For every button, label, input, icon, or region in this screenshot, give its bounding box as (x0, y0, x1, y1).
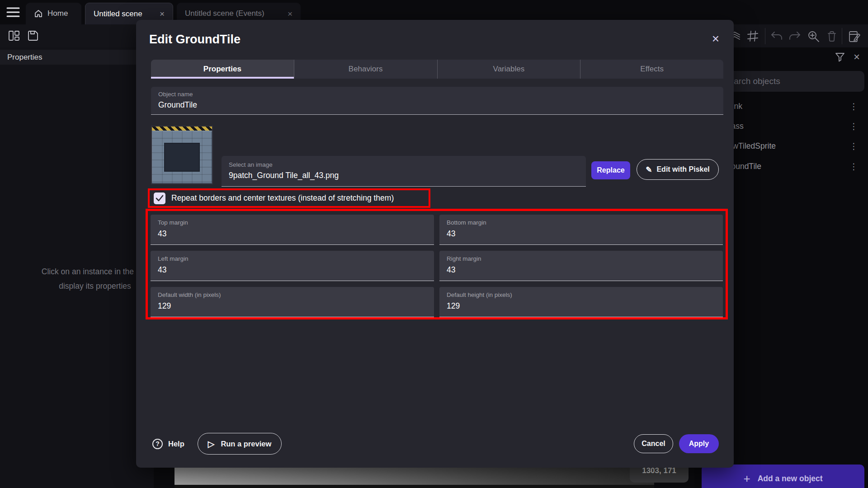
zoom-in-icon[interactable] (807, 30, 820, 43)
toolbar-divider (842, 28, 842, 44)
tab-home-label: Home (47, 9, 68, 18)
tab-effects[interactable]: Effects (580, 60, 723, 79)
grid-icon[interactable] (747, 30, 759, 42)
select-image-field[interactable]: Select an image 9patch_Ground Tile_all_4… (222, 156, 586, 187)
properties-panel: Properties Click on an instance in the s… (0, 47, 154, 488)
gdevelop-window: Home Untitled scene × Untitled scene (Ev… (0, 0, 868, 488)
object-list-item-groundtile[interactable]: GroundTile ⋮ (716, 157, 864, 175)
select-image-label: Select an image (229, 161, 579, 168)
pencil-icon: ✎ (646, 165, 652, 174)
bottom-margin-field[interactable]: Bottom margin 43 (439, 215, 723, 245)
object-thumbnail[interactable] (151, 126, 213, 184)
objects-panel-close-icon[interactable]: × (854, 51, 860, 63)
plus-icon: + (743, 472, 750, 486)
image-filename: 9patch_Ground Tile_all_43.png (229, 171, 579, 180)
tab-variables[interactable]: Variables (437, 60, 580, 79)
object-list-item-newtiledsprite[interactable]: NewTiledSprite ⋮ (716, 137, 864, 155)
tab-events-close-icon[interactable]: × (288, 9, 292, 18)
redo-icon[interactable] (788, 30, 801, 42)
menu-icon[interactable] (6, 6, 20, 18)
undo-icon[interactable] (770, 30, 783, 42)
apply-button[interactable]: Apply (679, 434, 719, 453)
tab-properties[interactable]: Properties (151, 60, 294, 79)
tab-scene-label: Untitled scene (94, 9, 142, 19)
default-height-field[interactable]: Default height (in pixels) 129 (439, 287, 723, 317)
trash-icon[interactable] (826, 30, 837, 42)
run-preview-button[interactable]: ▷ Run a preview (198, 433, 282, 455)
highlight-box-checkbox: Repeat borders and center textures (inst… (148, 188, 430, 208)
toolbar-divider (765, 28, 765, 44)
cancel-button[interactable]: Cancel (634, 434, 673, 453)
properties-panel-title: Properties (7, 53, 42, 62)
tab-scene-close-icon[interactable]: × (160, 9, 165, 18)
search-objects-input[interactable] (716, 71, 864, 92)
edit-with-piskel-button[interactable]: ✎ Edit with Piskel (637, 159, 719, 180)
home-icon (34, 9, 43, 18)
object-name-field[interactable]: Object name GroundTile (151, 87, 723, 115)
play-icon: ▷ (208, 439, 215, 449)
edit-scene-properties-icon[interactable] (848, 30, 861, 43)
tab-events-label: Untitled scene (Events) (185, 9, 264, 18)
tile-hazard-stripe (152, 127, 212, 131)
replace-button[interactable]: Replace (591, 161, 630, 179)
margin-fields-grid: Top margin 43 Bottom margin 43 Left marg… (151, 215, 723, 317)
repeat-borders-label: Repeat borders and center textures (inst… (171, 193, 394, 203)
dialog-tab-bar: Properties Behaviors Variables Effects (151, 60, 723, 79)
kebab-menu-icon[interactable]: ⋮ (849, 101, 858, 112)
top-margin-field[interactable]: Top margin 43 (151, 215, 434, 245)
kebab-menu-icon[interactable]: ⋮ (849, 121, 858, 131)
dialog-title: Edit GroundTile (149, 33, 241, 47)
tile-center (164, 143, 200, 172)
toggle-panels-icon[interactable] (8, 30, 20, 41)
default-width-field[interactable]: Default width (in pixels) 129 (151, 287, 434, 317)
help-button[interactable]: ? Help (152, 436, 184, 452)
object-list-item-grass[interactable]: Grass ⋮ (716, 117, 864, 135)
repeat-borders-checkbox[interactable] (154, 192, 165, 204)
help-icon: ? (152, 439, 163, 449)
edit-object-dialog: Edit GroundTile × Properties Behaviors V… (136, 20, 734, 468)
object-name-value: GroundTile (158, 100, 716, 110)
scene-canvas[interactable] (175, 468, 654, 488)
highlight-box-margins: Top margin 43 Bottom margin 43 Left marg… (146, 209, 728, 319)
dialog-close-icon[interactable]: × (712, 33, 719, 45)
kebab-menu-icon[interactable]: ⋮ (849, 141, 858, 151)
object-list-item-trunk[interactable]: Trunk ⋮ (716, 97, 864, 115)
properties-panel-header: Properties (0, 50, 154, 65)
tab-home[interactable]: Home (26, 3, 81, 24)
add-new-object-button[interactable]: + Add a new object (702, 465, 864, 488)
left-margin-field[interactable]: Left margin 43 (151, 251, 434, 281)
tab-behaviors[interactable]: Behaviors (294, 60, 437, 79)
filter-icon[interactable] (834, 52, 846, 63)
kebab-menu-icon[interactable]: ⋮ (849, 161, 858, 172)
right-margin-field[interactable]: Right margin 43 (439, 251, 723, 281)
object-name-label: Object name (158, 91, 716, 98)
save-icon[interactable] (27, 30, 39, 41)
